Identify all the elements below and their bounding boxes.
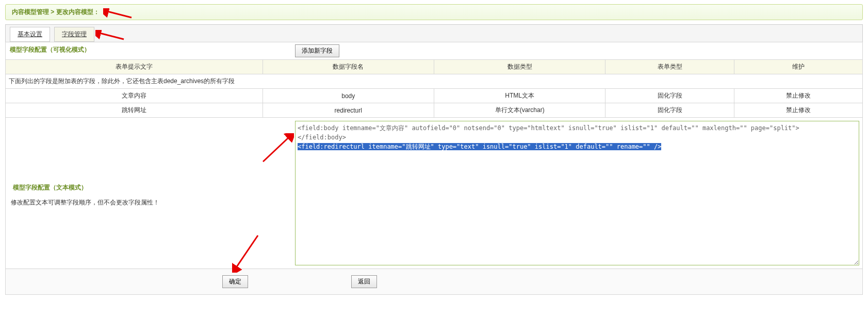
col-formtype: 表单类型 (605, 60, 734, 74)
tab-basic-settings[interactable]: 基本设置 (10, 27, 50, 42)
text-mode-title: 模型字段配置（文本模式） (11, 179, 287, 196)
field-config-textarea[interactable]: <field:body itemname="文章内容" autofield="0… (295, 121, 859, 265)
visual-mode-title: 模型字段配置（可视化模式） (8, 42, 92, 57)
col-field: 数据字段名 (263, 60, 434, 74)
ok-button[interactable]: 确定 (222, 275, 248, 288)
selected-code-line: <field:redirecturl itemname="跳转网址" type=… (298, 143, 661, 150)
tab-field-management[interactable]: 字段管理 (54, 27, 94, 42)
col-prompt: 表单提示文字 (6, 60, 263, 74)
breadcrumb: 内容模型管理 > 更改内容模型： (5, 4, 863, 20)
breadcrumb-part1[interactable]: 内容模型管理 (12, 8, 49, 15)
table-note: 下面列出的字段是附加表的字段，除此外，它还包含主表dede_archives的所… (6, 74, 863, 89)
back-button[interactable]: 返回 (351, 275, 377, 288)
add-field-button[interactable]: 添加新字段 (295, 44, 339, 57)
table-note-row: 下面列出的字段是附加表的字段，除此外，它还包含主表dede_archives的所… (6, 74, 863, 89)
text-mode-desc: 修改配置文本可调整字段顺序，但不会更改字段属性！ (11, 198, 287, 207)
table-row: 跳转网址 redirecturl 单行文本(varchar) 固化字段 禁止修改 (6, 103, 863, 118)
breadcrumb-part2: 更改内容模型： (56, 8, 100, 15)
fields-table: 表单提示文字 数据字段名 数据类型 表单类型 维护 下面列出的字段是附加表的字段… (5, 59, 863, 118)
col-datatype: 数据类型 (434, 60, 605, 74)
table-row: 文章内容 body HTML文本 固化字段 禁止修改 (6, 89, 863, 103)
tabs: 基本设置 字段管理 (5, 24, 863, 42)
col-maintain: 维护 (734, 60, 862, 74)
